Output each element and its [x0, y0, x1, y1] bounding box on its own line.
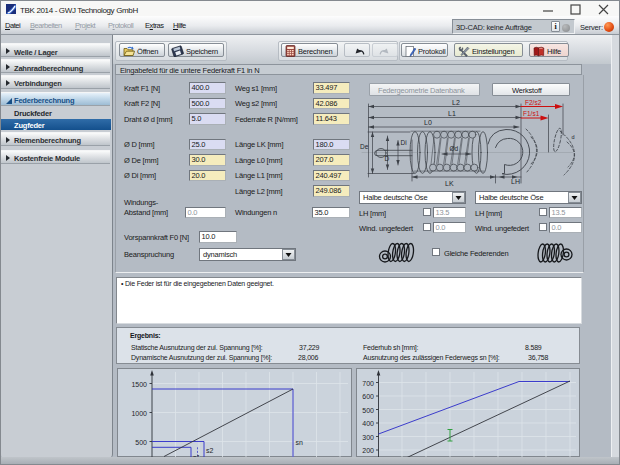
svg-text:1000: 1000 [131, 410, 147, 417]
svg-text:500: 500 [362, 407, 374, 414]
svg-text:LH: LH [511, 178, 520, 185]
svg-text:500: 500 [135, 439, 147, 446]
svg-text:s2: s2 [206, 447, 214, 454]
svg-text:LK: LK [445, 180, 454, 187]
svg-text:L1: L1 [448, 110, 456, 117]
svg-text:400: 400 [362, 420, 374, 427]
svg-text:F1/s1: F1/s1 [523, 110, 540, 117]
svg-text:300: 300 [362, 434, 374, 441]
svg-text:600: 600 [362, 393, 374, 400]
svg-text:Di: Di [401, 139, 407, 146]
svg-text:200: 200 [362, 447, 374, 454]
svg-text:L0: L0 [424, 119, 432, 126]
svg-text:1500: 1500 [131, 381, 147, 388]
svg-text:L2: L2 [452, 99, 460, 106]
svg-text:D: D [385, 155, 390, 162]
svg-text:F2/s2: F2/s2 [525, 99, 542, 106]
svg-text:d: d [572, 134, 575, 140]
svg-text:Ød: Ød [450, 145, 459, 152]
svg-text:De: De [360, 143, 369, 150]
svg-text:700: 700 [362, 380, 374, 387]
svg-text:sn: sn [296, 439, 304, 446]
